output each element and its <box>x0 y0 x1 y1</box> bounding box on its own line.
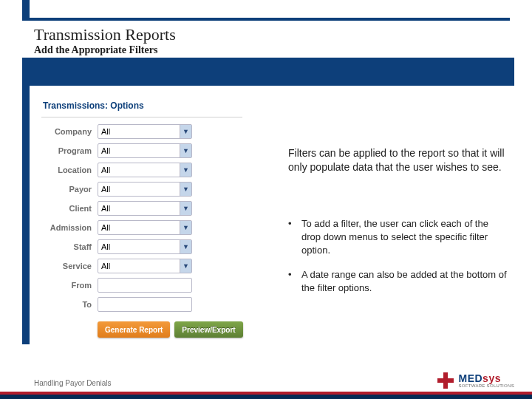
plus-icon <box>437 372 454 389</box>
bullet-list: •To add a filter, the user can click eac… <box>288 217 510 305</box>
chevron-down-icon: ▼ <box>180 183 191 196</box>
filter-select-value: All <box>101 146 110 155</box>
filter-label: Client <box>38 204 98 213</box>
filter-label: Location <box>38 166 98 174</box>
filter-row: AdmissionAll▼ <box>38 218 245 237</box>
filter-row: ClientAll▼ <box>38 199 245 218</box>
filter-label: Admission <box>38 223 98 232</box>
header-accent-vertical <box>22 0 30 21</box>
brand-logo: MEDsys SOFTWARE SOLUTIONS <box>437 372 514 389</box>
filter-select-value: All <box>101 166 110 174</box>
bullet-text: A date range can also be added at the bo… <box>301 268 510 295</box>
filter-row: CompanyAll▼ <box>38 122 245 141</box>
filter-row: ProgramAll▼ <box>38 141 245 160</box>
filter-panel-heading: Transmissions: Options <box>38 98 245 117</box>
filter-select-value: All <box>101 185 110 194</box>
filter-label: To <box>38 300 98 309</box>
filter-select[interactable]: All▼ <box>98 201 192 216</box>
brand-tagline: SOFTWARE SOLUTIONS <box>458 383 514 388</box>
filter-row: ServiceAll▼ <box>38 256 245 276</box>
filter-label: Payor <box>38 185 98 194</box>
filter-select[interactable]: All▼ <box>98 124 192 139</box>
chevron-down-icon: ▼ <box>180 163 191 177</box>
filter-select[interactable]: All▼ <box>98 259 192 273</box>
filter-label: Staff <box>38 242 98 251</box>
slide-subtitle: Add the Appropriate Filters <box>34 44 157 56</box>
brand-primary: MED <box>458 372 482 384</box>
filter-text-input[interactable] <box>98 297 192 312</box>
chevron-down-icon: ▼ <box>180 240 191 253</box>
filter-row: From <box>38 276 245 295</box>
filter-row: LocationAll▼ <box>38 160 245 180</box>
filter-select-value: All <box>101 262 110 270</box>
filter-label: From <box>38 281 98 290</box>
filter-label: Program <box>38 146 98 155</box>
chevron-down-icon: ▼ <box>180 202 191 215</box>
filter-select[interactable]: All▼ <box>98 220 192 235</box>
filter-select-value: All <box>101 223 110 232</box>
footer-left-text: Handling Payor Denials <box>34 379 112 387</box>
footer-navy-bar <box>0 395 532 399</box>
bullet-item: •To add a filter, the user can click eac… <box>288 217 510 258</box>
filter-select-value: All <box>101 242 110 251</box>
brand-secondary: sys <box>482 372 501 384</box>
filter-row: To <box>38 295 245 314</box>
filter-panel: Transmissions: Options CompanyAll▼Progra… <box>38 98 245 360</box>
header-accent-horizontal <box>30 18 510 21</box>
filter-select-value: All <box>101 204 110 213</box>
preview-export-button[interactable]: Preview/Export <box>174 321 242 338</box>
chevron-down-icon: ▼ <box>180 125 191 138</box>
filter-select-value: All <box>101 127 110 136</box>
filter-label: Company <box>38 127 98 136</box>
chevron-down-icon: ▼ <box>180 144 191 157</box>
background-band <box>22 58 514 86</box>
bullet-dot-icon: • <box>288 217 301 258</box>
slide-title: Transmission Reports <box>34 25 176 44</box>
bullet-item: •A date range can also be added at the b… <box>288 268 510 295</box>
filter-select[interactable]: All▼ <box>98 182 192 197</box>
explanation-text: Filters can be applied to the report so … <box>288 146 510 174</box>
generate-report-button[interactable]: Generate Report <box>98 321 170 338</box>
filter-select[interactable]: All▼ <box>98 143 192 158</box>
brand-name: MEDsys <box>458 373 514 383</box>
bullet-text: To add a filter, the user can click each… <box>301 217 510 258</box>
chevron-down-icon: ▼ <box>180 221 191 234</box>
filter-row: StaffAll▼ <box>38 237 245 256</box>
filter-panel-divider <box>41 117 242 117</box>
bullet-dot-icon: • <box>288 268 301 295</box>
filter-row: PayorAll▼ <box>38 180 245 199</box>
filter-select[interactable]: All▼ <box>98 163 192 177</box>
filter-label: Service <box>38 262 98 270</box>
background-side-band <box>22 86 30 344</box>
filter-text-input[interactable] <box>98 278 192 293</box>
chevron-down-icon: ▼ <box>180 259 191 273</box>
filter-select[interactable]: All▼ <box>98 239 192 254</box>
